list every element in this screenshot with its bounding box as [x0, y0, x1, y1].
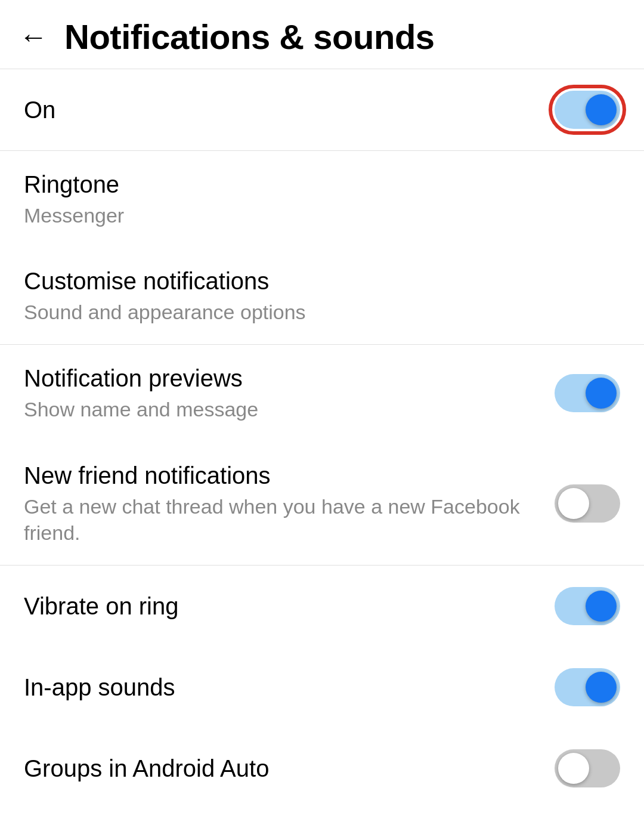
- ringtone-sublabel: Messenger: [24, 202, 596, 228]
- ringtone-label: Ringtone: [24, 170, 596, 199]
- in-app-sounds-label: In-app sounds: [24, 673, 175, 702]
- new-friend-label: New friend notifications: [24, 461, 531, 490]
- setting-row-in-app-sounds: In-app sounds: [0, 647, 644, 728]
- customise-sublabel: Sound and appearance options: [24, 299, 596, 325]
- android-auto-toggle[interactable]: [555, 749, 620, 787]
- vibrate-label: Vibrate on ring: [24, 592, 178, 620]
- new-friend-text: New friend notifications Get a new chat …: [24, 461, 555, 546]
- notification-previews-text: Notification previews Show name and mess…: [24, 364, 555, 422]
- customise-label: Customise notifications: [24, 267, 596, 295]
- setting-row-notification-previews: Notification previews Show name and mess…: [0, 345, 644, 441]
- on-label: On: [24, 95, 55, 124]
- notification-previews-sublabel: Show name and message: [24, 396, 531, 422]
- setting-row-on: On: [0, 69, 644, 150]
- setting-row-new-friend: New friend notifications Get a new chat …: [0, 442, 644, 565]
- customise-text: Customise notifications Sound and appear…: [24, 267, 620, 325]
- setting-row-customise[interactable]: Customise notifications Sound and appear…: [0, 248, 644, 344]
- android-auto-toggle-knob: [558, 753, 589, 784]
- new-friend-toggle-knob: [558, 488, 589, 519]
- on-toggle[interactable]: [555, 91, 620, 129]
- header: ← Notifications & sounds: [0, 0, 644, 69]
- setting-row-vibrate: Vibrate on ring: [0, 566, 644, 647]
- in-app-sounds-toggle-knob: [586, 672, 617, 703]
- in-app-sounds-toggle[interactable]: [555, 668, 620, 706]
- new-friend-sublabel: Get a new chat thread when you have a ne…: [24, 493, 531, 546]
- vibrate-toggle[interactable]: [555, 587, 620, 625]
- back-button[interactable]: ←: [19, 23, 48, 51]
- page-title: Notifications & sounds: [64, 17, 435, 57]
- setting-row-ringtone[interactable]: Ringtone Messenger: [0, 151, 644, 248]
- on-toggle-knob: [586, 94, 617, 125]
- notification-previews-label: Notification previews: [24, 364, 531, 393]
- android-auto-label: Groups in Android Auto: [24, 754, 269, 783]
- setting-row-android-auto: Groups in Android Auto: [0, 728, 644, 809]
- vibrate-toggle-knob: [586, 591, 617, 622]
- new-friend-toggle[interactable]: [555, 484, 620, 523]
- notification-previews-toggle[interactable]: [555, 374, 620, 412]
- ringtone-text: Ringtone Messenger: [24, 170, 620, 228]
